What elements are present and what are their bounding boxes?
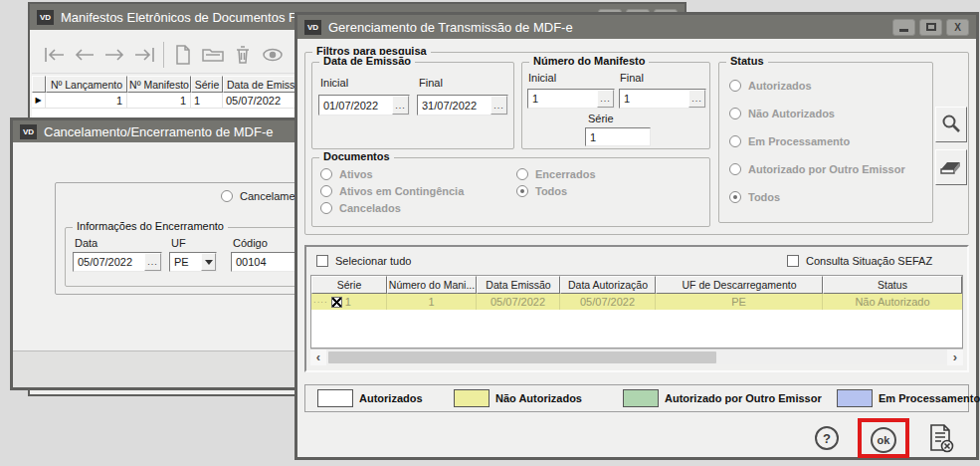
data-final-value: 31/07/2022 — [422, 100, 490, 112]
scroll-left-button[interactable]: ‹ — [310, 350, 326, 365]
numero-inicial-input[interactable]: 1 ... — [527, 89, 615, 109]
col-header-data-emissao[interactable]: Data Emissão — [477, 276, 560, 294]
col-header-lancamento[interactable]: Nº Lançamento — [46, 76, 127, 93]
radio-circle[interactable] — [729, 163, 741, 175]
data-emissao-group: Data de Emissão Inicial 01/07/2022 ... F… — [311, 62, 514, 149]
legend-nao-autorizados: Não Autorizados — [454, 389, 582, 407]
search-icon — [939, 113, 963, 136]
consulta-sefaz-checkbox[interactable]: Consulta Situação SEFAZ — [787, 255, 932, 267]
cell-data-autorizacao: 05/07/2022 — [560, 294, 656, 310]
numero-final-input[interactable]: 1 ... — [619, 89, 706, 109]
radio-status-nao-autorizados[interactable]: Não Autorizados — [729, 108, 835, 119]
serie-label: Série — [588, 113, 614, 124]
next-record-button[interactable] — [99, 41, 129, 69]
horizontal-scrollbar[interactable]: ‹ › — [310, 349, 963, 364]
uf-select[interactable]: PE — [169, 252, 217, 272]
new-document-button[interactable] — [168, 41, 198, 69]
radio-circle[interactable] — [320, 168, 332, 180]
col-header-uf-descarregamento[interactable]: UF de Descarregamento — [656, 276, 823, 294]
radio-status-autorizados[interactable]: Autorizados — [729, 80, 812, 92]
data-final-input[interactable]: 31/07/2022 ... — [417, 95, 508, 116]
radio-label: Ativos em Contingência — [339, 185, 464, 197]
checkbox-box[interactable] — [787, 255, 799, 267]
data-inicial-input[interactable]: 01/07/2022 ... — [318, 95, 410, 116]
radio-label: Em Processamento — [748, 135, 850, 147]
legend-label: Não Autorizados — [495, 392, 582, 404]
radio-status-outro-emissor[interactable]: Autorizado por Outro Emissor — [729, 163, 905, 175]
radio-doc-ativos-contingencia[interactable]: Ativos em Contingência — [320, 185, 464, 197]
radio-circle[interactable] — [516, 185, 528, 197]
radio-status-em-processamento[interactable]: Em Processamento — [729, 135, 850, 147]
legend-swatch — [837, 389, 873, 407]
legend-swatch — [454, 389, 490, 407]
lookup-button[interactable]: ... — [688, 90, 705, 108]
legend-autorizados: Autorizados — [317, 389, 423, 407]
radio-doc-cancelados[interactable]: Cancelados — [320, 202, 401, 214]
radio-status-todos[interactable]: Todos — [729, 191, 780, 203]
results-table-row[interactable]: ···· 1 1 05/07/2022 05/07/2022 PE Não Au… — [311, 294, 962, 310]
checkbox-label: Selecionar tudo — [335, 255, 411, 267]
radio-circle[interactable] — [729, 80, 741, 92]
view-button[interactable] — [258, 41, 288, 69]
previous-record-button[interactable] — [70, 41, 99, 69]
legend-em-processamento: Em Processamento — [837, 389, 980, 407]
radio-circle[interactable] — [729, 135, 741, 147]
col-header-status[interactable]: Status — [823, 276, 962, 294]
cell-numero: 1 — [387, 294, 477, 310]
cell-serie: 1 — [191, 93, 223, 108]
search-button[interactable] — [935, 107, 967, 142]
radio-cancelamento-circle[interactable] — [221, 190, 233, 202]
documentos-group: Documentos Ativos Ativos em Contingência… — [311, 157, 710, 227]
col-header-data-autorizacao[interactable]: Data Autorização — [560, 276, 656, 294]
open-folder-button[interactable] — [198, 41, 228, 69]
col-header-numero[interactable]: Número do Mani... — [387, 276, 477, 294]
radio-circle[interactable] — [729, 191, 741, 203]
clear-button[interactable] — [935, 149, 967, 185]
titlebar-gerenciamento[interactable]: VD Gerenciamento de Transmissão de MDF-e… — [297, 15, 976, 39]
checkbox-box[interactable] — [316, 255, 328, 267]
help-button[interactable]: ? — [815, 426, 839, 450]
titlebar-cancelamento[interactable]: VD Cancelamento/Encerramento de MDF-e — [13, 120, 335, 142]
first-record-icon — [42, 45, 68, 65]
date-picker-button[interactable]: ... — [144, 253, 161, 271]
cell-uf: PE — [656, 294, 823, 310]
radio-circle[interactable] — [320, 202, 332, 214]
radio-circle[interactable] — [516, 168, 528, 180]
col-header-serie[interactable]: Série — [191, 76, 223, 93]
delete-button[interactable] — [228, 41, 258, 69]
col-header-serie[interactable]: Série — [311, 276, 387, 294]
scrollbar-thumb[interactable] — [328, 351, 716, 363]
serie-value: 1 — [590, 131, 650, 143]
lookup-button[interactable]: ... — [597, 90, 614, 108]
cancel-report-button[interactable] — [926, 423, 956, 455]
uf-dropdown-button[interactable] — [201, 253, 216, 271]
last-record-button[interactable] — [129, 41, 159, 69]
checkbox-label: Consulta Situação SEFAZ — [806, 255, 932, 267]
cell-manifesto: 1 — [127, 93, 191, 108]
uf-value: PE — [174, 256, 201, 268]
row-checkbox[interactable] — [331, 297, 342, 308]
radio-circle[interactable] — [729, 108, 741, 119]
window-title: Manifestos Eletrônicos de Documentos Fis… — [61, 10, 329, 25]
minimize-button[interactable] — [892, 19, 915, 36]
scroll-right-button[interactable]: › — [947, 350, 963, 365]
row-marker: ▶ — [32, 93, 46, 108]
col-header-manifesto[interactable]: Nº Manifesto — [127, 76, 191, 93]
radio-doc-ativos[interactable]: Ativos — [320, 168, 373, 180]
radio-doc-todos[interactable]: Todos — [516, 185, 567, 197]
date-picker-button[interactable]: ... — [490, 96, 507, 115]
date-picker-button[interactable]: ... — [392, 96, 409, 115]
numero-manifesto-group: Número do Manifesto Inicial 1 ... Final … — [521, 62, 710, 149]
eraser-icon — [938, 157, 964, 177]
selecionar-tudo-checkbox[interactable]: Selecionar tudo — [316, 255, 411, 267]
radio-doc-encerrados[interactable]: Encerrados — [516, 168, 596, 180]
close-button[interactable]: X — [946, 19, 969, 36]
data-encerramento-input[interactable]: 05/07/2022 ... — [73, 252, 162, 272]
maximize-button[interactable] — [919, 19, 942, 36]
first-record-button[interactable] — [40, 41, 70, 69]
toolbar-separator — [163, 42, 164, 68]
legend-label: Autorizados — [359, 392, 423, 404]
serie-input[interactable]: 1 — [585, 127, 651, 146]
app-vd-icon: VD — [20, 124, 37, 139]
radio-circle[interactable] — [320, 185, 332, 197]
